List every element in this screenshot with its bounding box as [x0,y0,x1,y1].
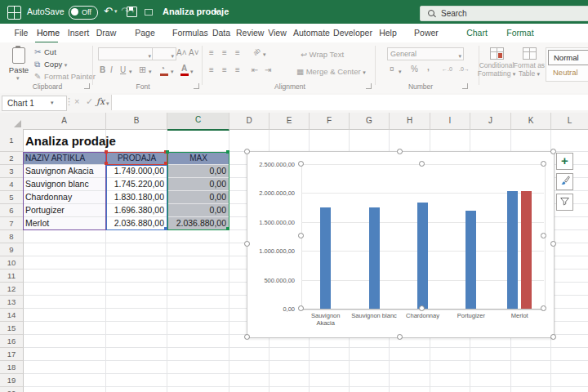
tab-chart-design[interactable]: Chart Design [451,24,503,42]
paste-chevron-icon[interactable]: ▾ [16,75,20,82]
cell-prodaja-value[interactable]: 1.830.180,00 [106,191,167,203]
row-header-2[interactable]: 2 [0,152,24,165]
formula-input[interactable] [111,95,588,110]
cell-product-name[interactable]: Merlot [23,217,106,229]
orientation-chevron-icon[interactable]: ▾ [263,51,266,58]
tab-draw[interactable]: Draw [93,24,119,42]
row-header-7[interactable]: 7 [0,217,24,230]
increase-decimal-icon[interactable]: ←.0 [442,66,452,72]
document-title-chevron-icon[interactable]: ▾ [214,8,217,16]
save-icon[interactable] [127,7,137,17]
accounting-chevron-icon[interactable]: ▾ [399,69,402,75]
bar-prodaja-merlot[interactable] [507,191,518,309]
cell-product-name[interactable]: Chardonnay [23,191,106,203]
tab-power-pivot[interactable]: Power Pivot [402,24,451,42]
cell-prodaja-value[interactable]: 1.745.220,00 [106,178,167,190]
accounting-format-icon[interactable]: ¤ [390,65,394,74]
borders-icon[interactable]: ⊞ [139,65,146,75]
row-header-5[interactable]: 5 [0,191,24,204]
decrease-decimal-icon[interactable]: .0→ [459,66,470,72]
tab-home[interactable]: Home [35,24,58,43]
bar-prodaja-chardonnay[interactable] [417,203,428,309]
font-size-combo[interactable]: ▾ [152,47,176,60]
tab-review[interactable]: Review [234,24,264,42]
bold-button[interactable]: B [100,65,105,74]
clipboard-dialog-launcher[interactable] [84,83,90,89]
table-header-prodaja[interactable]: PRODAJA [106,152,167,164]
row-header-3[interactable]: 3 [0,165,24,178]
column-header-D[interactable]: D [229,113,270,130]
row-header-15[interactable]: 15 [0,322,24,335]
increase-indent-icon[interactable]: ⇥ [265,65,271,74]
column-header-I[interactable]: I [430,113,470,130]
font-dialog-launcher[interactable] [194,83,199,89]
copy-button[interactable]: ⧉Copy ▾ [34,60,67,70]
row-header-16[interactable]: 16 [0,335,24,348]
column-header-K[interactable]: K [511,113,551,130]
borders-chevron-icon[interactable]: ▾ [149,69,152,75]
cell-prodaja-value[interactable]: 2.036.880,00 [106,217,167,229]
row-header-13[interactable]: 13 [0,296,24,309]
font-color-chevron-icon[interactable]: ▾ [190,69,194,75]
tab-view[interactable]: View [265,24,290,42]
conditional-formatting-icon[interactable] [490,47,504,60]
row-header-6[interactable]: 6 [0,204,24,217]
row-header-9[interactable]: 9 [0,243,24,256]
decrease-indent-icon[interactable]: ⇤ [252,65,258,74]
row-header-11[interactable]: 11 [0,270,24,283]
row-header-12[interactable]: 12 [0,283,24,296]
row-header-14[interactable]: 14 [0,309,24,322]
align-bottom-icon[interactable]: ≡ [235,48,240,57]
column-header-E[interactable]: E [270,113,310,130]
italic-button[interactable]: I [110,65,113,74]
column-header-H[interactable]: H [390,113,430,130]
row-header-17[interactable]: 17 [0,348,24,361]
column-header-G[interactable]: G [350,113,390,130]
name-box[interactable]: Chart 1 [2,96,67,111]
keyboard-shortcuts-icon[interactable] [145,9,153,16]
percent-style-icon[interactable]: % [411,65,418,74]
fill-color-icon[interactable]: ◔ [160,64,165,73]
number-dialog-launcher[interactable] [462,83,468,89]
chart-object[interactable]: 0,00500.000,001.000.000,001.500.000,002.… [247,151,555,338]
tab-help[interactable]: Help [376,24,399,42]
column-header-F[interactable]: F [310,113,350,130]
copy-chevron-icon[interactable]: ▾ [65,62,68,68]
shrink-font-icon[interactable]: A˅ [189,48,199,57]
tab-format[interactable]: Format [503,24,537,42]
cell-product-name[interactable]: Portugizer [23,204,106,216]
row-header-18[interactable]: 18 [0,361,24,374]
bar-max-merlot[interactable] [521,191,532,309]
column-header-A[interactable]: A [23,113,106,130]
table-header-max[interactable]: MAX [167,152,229,164]
row-header-4[interactable]: 4 [0,178,24,191]
column-header-J[interactable]: J [470,113,511,130]
align-top-icon[interactable]: ≡ [209,48,214,57]
font-color-icon[interactable]: A [181,64,187,73]
cell-prodaja-value[interactable]: 1.696.380,00 [106,204,167,216]
comma-style-icon[interactable]: , [427,63,430,72]
autosave-toggle[interactable]: Off [69,6,98,20]
tab-file[interactable]: File [10,24,33,42]
select-all-corner[interactable] [0,113,24,130]
tab-developer[interactable]: Developer [331,24,375,42]
row-header-19[interactable]: 19 [0,374,24,387]
paste-button[interactable]: Paste ▾ [7,47,31,82]
cell-a1-title[interactable]: Analiza prodaje [25,132,172,150]
undo-icon[interactable]: ↶ [104,5,113,17]
fill-color-chevron-icon[interactable]: ▾ [171,69,174,75]
bar-prodaja-sauvignon-blanc[interactable] [369,207,380,309]
undo-chevron-icon[interactable]: ▾ [114,8,118,15]
cell-max-value[interactable]: 0,00 [167,178,229,190]
cell-style-normal[interactable]: Normal [548,50,588,65]
cell-max-value[interactable]: 2.036.880,00 [167,217,229,229]
format-as-table-icon[interactable] [523,47,537,60]
chart-styles-button[interactable] [556,173,573,190]
alignment-dialog-launcher[interactable] [366,83,372,89]
row-header-10[interactable]: 10 [0,256,24,270]
row-header-1[interactable]: 1 [0,129,24,152]
row-header-8[interactable]: 8 [0,230,24,243]
column-header-L[interactable]: L [551,113,588,130]
cell-max-value[interactable]: 0,00 [167,191,229,203]
align-middle-icon[interactable]: ≡ [222,48,227,57]
